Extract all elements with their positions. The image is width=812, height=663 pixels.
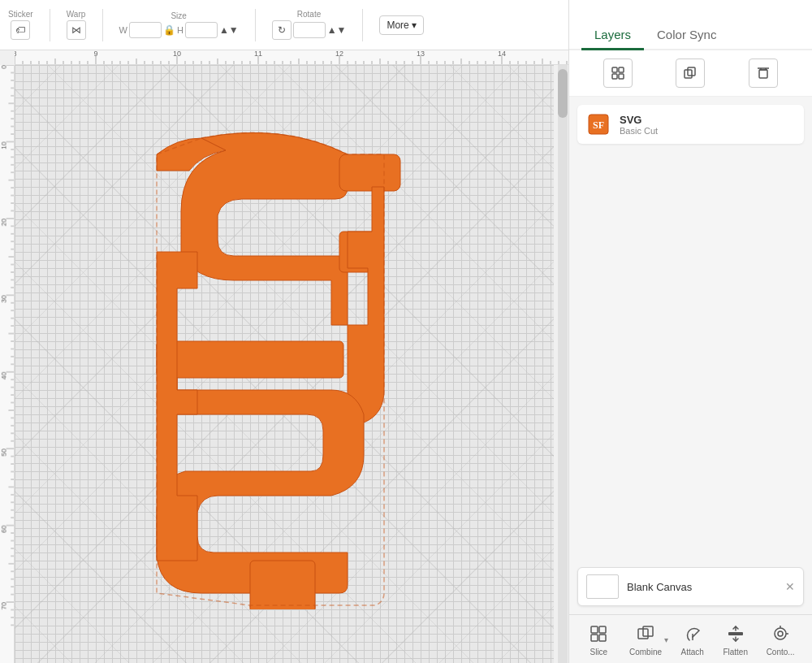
divider-2 (102, 9, 103, 41)
delete-layer-button[interactable] (749, 58, 778, 88)
svg-rect-19 (591, 635, 598, 641)
layer-thumbnail: SF (585, 111, 611, 137)
svg-rect-7 (619, 74, 624, 79)
tab-layers[interactable]: Layers (581, 21, 644, 50)
size-label: Size (171, 11, 186, 20)
svg-rect-17 (591, 626, 598, 633)
flatten-icon (723, 622, 748, 646)
size-inputs: W 🔒 H ▲▼ (119, 22, 239, 38)
more-label: More (387, 20, 408, 31)
h-label: H (177, 25, 184, 35)
divider-1 (50, 9, 50, 41)
slice-label: Slice (590, 648, 607, 656)
right-panel: Layers Color Sync (568, 0, 812, 663)
contour-icon (768, 622, 793, 646)
svg-rect-4 (612, 67, 617, 72)
attach-icon (680, 622, 705, 646)
divider-3 (255, 9, 256, 41)
size-group: Size W 🔒 H ▲▼ (119, 11, 239, 38)
svg-text:SF: SF (593, 119, 604, 131)
blank-canvas-area: Blank Canvas ✕ (569, 559, 812, 614)
sf-logo[interactable] (96, 106, 445, 609)
vertical-scrollbar[interactable] (558, 65, 568, 663)
more-button[interactable]: More ▾ (379, 15, 423, 35)
horizontal-ruler (15, 50, 568, 65)
blank-canvas-item[interactable]: Blank Canvas ✕ (577, 567, 804, 606)
sticker-label: Sticker (8, 10, 33, 19)
width-input[interactable] (129, 22, 162, 38)
warp-group: Warp ⋈ (67, 10, 86, 40)
add-layer-button[interactable] (603, 58, 633, 88)
ruler-h-canvas (15, 50, 568, 64)
w-label: W (119, 25, 127, 35)
attach-label: Attach (681, 648, 704, 656)
scrollbar-thumb[interactable] (558, 69, 568, 118)
add-layer-icon (611, 67, 624, 80)
layer-list: SF SVG Basic Cut (569, 97, 812, 559)
bottom-toolbar: Slice Combine ▾ Attach (569, 614, 812, 663)
canvas-grid (15, 65, 554, 663)
layer-title: SVG (620, 114, 796, 126)
svg-rect-20 (599, 635, 606, 641)
delete-icon (757, 67, 770, 80)
more-chevron-icon: ▾ (412, 20, 417, 31)
tab-color-sync[interactable]: Color Sync (644, 21, 729, 50)
canvas-area[interactable] (15, 65, 554, 663)
combine-tool[interactable]: Combine ▾ (629, 622, 662, 656)
duplicate-icon (684, 67, 697, 80)
sf-logo-svg (96, 106, 445, 609)
slice-tool[interactable]: Slice (586, 622, 611, 656)
flatten-label: Flatten (723, 648, 748, 656)
warp-label: Warp (67, 10, 86, 19)
sticker-button[interactable]: 🏷 (11, 20, 30, 40)
blank-canvas-preview (586, 574, 619, 599)
slice-icon (586, 622, 611, 646)
svg-rect-3 (250, 561, 315, 609)
layer-actions (569, 50, 812, 97)
rotate-group: Rotate ↻ ▲▼ (272, 10, 347, 40)
rotate-arrows: ▲▼ (327, 27, 347, 34)
panel-tabs: Layers Color Sync (569, 0, 812, 50)
svg-rect-1 (339, 154, 400, 191)
layer-preview-svg: SF (587, 113, 610, 136)
blank-canvas-close-icon[interactable]: ✕ (785, 580, 795, 593)
lock-icon: 🔒 (163, 24, 175, 36)
combine-arrow-icon: ▾ (664, 635, 668, 644)
layer-info: SVG Basic Cut (620, 114, 796, 136)
svg-point-25 (775, 628, 786, 639)
rotate-input[interactable] (293, 22, 326, 38)
combine-icon (633, 622, 658, 646)
unit-arrows: ▲▼ (219, 27, 239, 34)
svg-rect-6 (612, 74, 617, 79)
layer-subtitle: Basic Cut (620, 126, 796, 136)
height-input[interactable] (185, 22, 218, 38)
rotate-icon[interactable]: ↻ (272, 20, 292, 40)
svg-rect-2 (157, 341, 343, 378)
attach-tool[interactable]: Attach (680, 622, 705, 656)
svg-point-26 (778, 631, 783, 636)
sticker-group: Sticker 🏷 (8, 10, 33, 40)
flatten-tool[interactable]: Flatten (723, 622, 748, 656)
combine-label: Combine (629, 648, 662, 656)
layer-item-svg[interactable]: SF SVG Basic Cut (577, 105, 804, 144)
rotate-inputs: ↻ ▲▼ (272, 20, 347, 40)
duplicate-layer-button[interactable] (676, 58, 705, 88)
svg-rect-5 (619, 67, 624, 72)
vertical-ruler (0, 65, 15, 663)
contour-tool[interactable]: Conto... (767, 622, 795, 656)
svg-rect-10 (759, 70, 767, 78)
warp-button[interactable]: ⋈ (67, 20, 86, 40)
divider-4 (362, 9, 363, 41)
svg-rect-24 (728, 632, 743, 635)
blank-canvas-label: Blank Canvas (627, 581, 692, 593)
rotate-label: Rotate (297, 10, 321, 19)
ruler-v-canvas (0, 65, 14, 630)
svg-rect-18 (599, 626, 606, 633)
contour-label: Conto... (767, 648, 795, 656)
